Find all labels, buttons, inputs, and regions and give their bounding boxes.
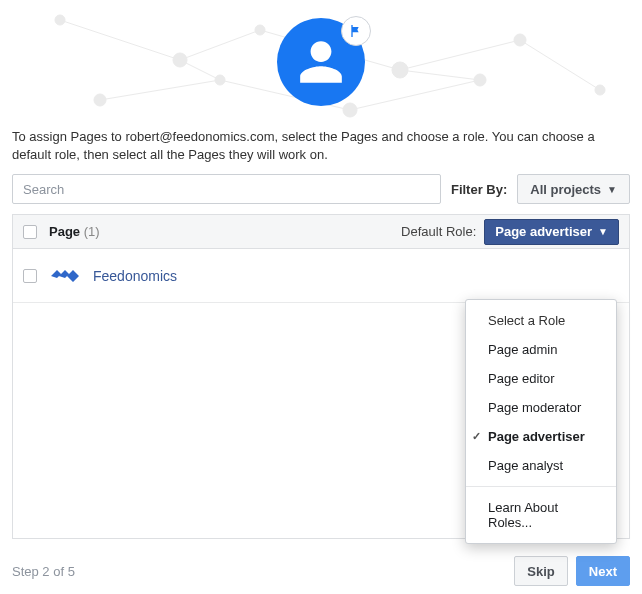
row-checkbox[interactable] [23,269,37,283]
svg-point-19 [474,74,486,86]
filter-by-label: Filter By: [451,182,507,197]
table-header: Page (1) Default Role: Page advertiser ▼ [13,215,629,249]
default-role-picker[interactable]: Page advertiser ▼ [484,219,619,245]
role-option-analyst[interactable]: Page analyst [466,451,616,480]
svg-line-9 [400,70,480,80]
svg-line-1 [180,30,260,60]
page-logo-icon [49,260,81,292]
pages-table: Page (1) Default Role: Page advertiser ▼… [12,214,630,539]
svg-line-4 [520,40,600,90]
footer: Step 2 of 5 Skip Next [0,548,642,594]
role-option-moderator[interactable]: Page moderator [466,393,616,422]
column-title: Page (1) [49,224,100,239]
learn-about-roles-link[interactable]: Learn About Roles... [466,493,616,537]
svg-point-17 [215,75,225,85]
svg-line-5 [100,80,220,100]
instructions-text: To assign Pages to robert@feedonomics.co… [0,120,642,174]
role-option-admin[interactable]: Page admin [466,335,616,364]
step-indicator: Step 2 of 5 [12,564,75,579]
svg-line-0 [60,20,180,60]
role-dropdown: Select a Role Page admin Page editor Pag… [465,299,617,544]
check-icon: ✓ [472,430,481,443]
hero [0,0,642,120]
caret-down-icon: ▼ [598,226,608,237]
role-option-advertiser[interactable]: ✓Page advertiser [466,422,616,451]
default-role-label: Default Role: [401,224,476,239]
dropdown-header: Select a Role [466,306,616,335]
next-button[interactable]: Next [576,556,630,586]
avatar-wrap [277,18,365,106]
svg-point-10 [55,15,65,25]
dropdown-separator [466,486,616,487]
svg-line-7 [350,80,480,110]
column-title-label: Page [49,224,80,239]
default-role-value: Page advertiser [495,224,592,239]
table-row[interactable]: Feedonomics [13,249,629,303]
role-option-editor[interactable]: Page editor [466,364,616,393]
svg-point-14 [514,34,526,46]
filter-projects-label: All projects [530,182,601,197]
skip-button[interactable]: Skip [514,556,567,586]
page-name: Feedonomics [93,268,177,284]
flag-badge-icon [341,16,371,46]
svg-line-3 [400,40,520,70]
select-all-checkbox[interactable] [23,225,37,239]
filter-projects-button[interactable]: All projects ▼ [517,174,630,204]
caret-down-icon: ▼ [607,184,617,195]
svg-point-11 [173,53,187,67]
filter-row: Filter By: All projects ▼ [0,174,642,214]
svg-point-13 [392,62,408,78]
column-count: (1) [84,224,100,239]
svg-point-15 [595,85,605,95]
search-input[interactable] [12,174,441,204]
svg-point-16 [94,94,106,106]
svg-point-12 [255,25,265,35]
